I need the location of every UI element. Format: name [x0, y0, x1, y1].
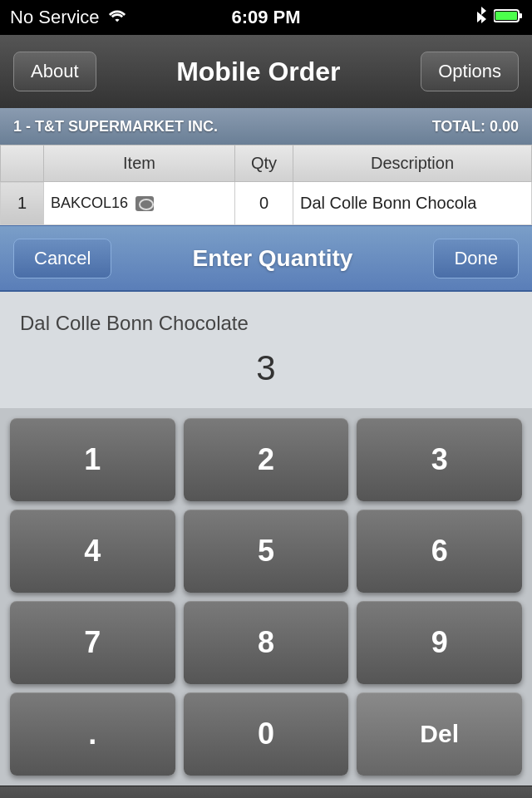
- bottom-toolbar: [0, 786, 532, 798]
- store-header: 1 - T&T SUPERMARKET INC. TOTAL: 0.00: [0, 108, 532, 145]
- camera-icon: [135, 196, 154, 211]
- enter-quantity-title: Enter Quantity: [192, 245, 352, 272]
- col-qty: Qty: [235, 145, 293, 182]
- numpad-0[interactable]: 0: [184, 692, 349, 776]
- wifi-icon: [108, 7, 126, 28]
- numpad-2[interactable]: 2: [184, 418, 349, 501]
- product-name-display: Dal Colle Bonn Chocolate: [20, 312, 512, 335]
- toolbar-list-icon[interactable]: [37, 795, 70, 799]
- qty-value-display: 3: [20, 348, 512, 401]
- numpad-5[interactable]: 5: [184, 510, 349, 593]
- numpad-1[interactable]: 1: [10, 418, 175, 501]
- numpad-3[interactable]: 3: [357, 418, 522, 501]
- done-button[interactable]: Done: [433, 239, 519, 278]
- svg-rect-1: [519, 13, 522, 18]
- status-bar: No Service 6:09 PM: [0, 0, 532, 35]
- store-name: 1 - T&T SUPERMARKET INC.: [13, 118, 218, 135]
- row-description: Dal Colle Bonn Chocola: [293, 182, 532, 225]
- numpad-7[interactable]: 7: [10, 601, 175, 684]
- numpad-9[interactable]: 9: [357, 601, 522, 684]
- table-header-row: Item Qty Description: [1, 145, 532, 182]
- nav-title: Mobile Order: [176, 57, 340, 87]
- numpad-6[interactable]: 6: [357, 510, 522, 593]
- order-table: Item Qty Description 1 BAKCOL16 0 Dal Co…: [0, 145, 532, 225]
- numpad: 1 2 3 4 5 6 7 8 9 . 0 Del: [0, 408, 532, 786]
- qty-header: Cancel Enter Quantity Done: [0, 225, 532, 292]
- bluetooth-icon: [475, 6, 487, 29]
- numpad-del[interactable]: Del: [357, 692, 522, 776]
- toolbar-circle-icon[interactable]: [249, 795, 283, 799]
- order-total: TOTAL: 0.00: [432, 118, 519, 135]
- svg-rect-2: [495, 12, 517, 20]
- toolbar-dots-icon[interactable]: [462, 795, 495, 799]
- cancel-button[interactable]: Cancel: [13, 239, 111, 278]
- toolbar-export-icon[interactable]: [356, 795, 389, 799]
- status-time: 6:09 PM: [231, 7, 300, 28]
- numpad-4[interactable]: 4: [10, 510, 175, 593]
- options-button[interactable]: Options: [421, 52, 519, 91]
- qty-display-area: Dal Colle Bonn Chocolate 3: [0, 292, 532, 408]
- row-number: 1: [1, 182, 44, 225]
- about-button[interactable]: About: [13, 52, 96, 91]
- nav-bar: About Mobile Order Options: [0, 35, 532, 108]
- col-item: Item: [44, 145, 235, 182]
- row-qty: 0: [235, 182, 293, 225]
- numpad-dot[interactable]: .: [10, 692, 175, 776]
- battery-icon: [494, 7, 522, 28]
- row-item[interactable]: BAKCOL16: [44, 182, 235, 225]
- col-number: [1, 145, 44, 182]
- toolbar-add-icon[interactable]: [143, 795, 176, 799]
- col-description: Description: [293, 145, 532, 182]
- table-row[interactable]: 1 BAKCOL16 0 Dal Colle Bonn Chocola: [1, 182, 532, 225]
- carrier-text: No Service: [10, 7, 100, 28]
- numpad-8[interactable]: 8: [184, 601, 349, 684]
